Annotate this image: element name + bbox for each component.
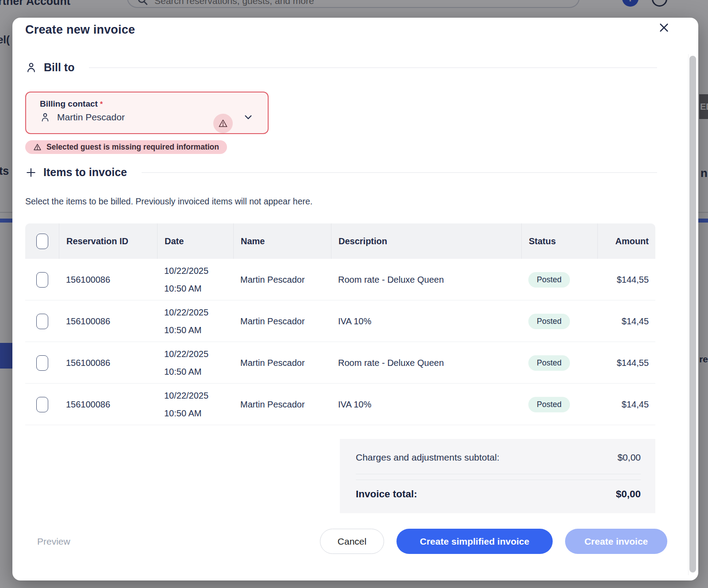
cell-date: 10/22/2025 [164,345,208,363]
subtotal-label: Charges and adjustments subtotal: [356,452,500,463]
column-header-reservation-id: Reservation ID [59,223,157,259]
status-badge: Posted [528,314,570,329]
chevron-down-icon [243,112,253,122]
invoice-total-label: Invoice total: [356,488,417,500]
items-section-header: Items to invoice [25,166,657,179]
invoice-items-table: Reservation ID Date Name Description Sta… [25,223,655,425]
screen: rtner Account ? el( ts ED n re Create ne… [0,0,708,588]
scrollbar-track [688,54,689,575]
cell-reservation-id: 156100086 [59,300,157,342]
preview-link[interactable]: Preview [37,536,70,547]
table-row: 156100086 10/22/202510:50 AM Martin Pesc… [25,342,655,384]
cell-name: Martin Pescador [233,300,331,342]
footer-actions: Cancel Create simplified invoice Create … [320,529,667,554]
cell-amount: $14,45 [597,384,655,425]
section-divider [142,172,657,173]
section-divider [89,67,657,68]
cell-date: 10/22/2025 [164,304,208,321]
items-heading: Items to invoice [43,166,127,179]
plus-icon [25,167,37,178]
column-header-status: Status [521,223,597,259]
select-all-checkbox[interactable] [36,234,48,249]
billing-contact-value: Martin Pescador [57,112,125,123]
cell-amount: $14,45 [597,300,655,342]
close-icon [658,22,670,34]
column-header-name: Name [233,223,331,259]
billing-contact-select[interactable]: Billing contact* Martin Pescador [25,92,269,134]
cell-time: 10:50 AM [164,404,208,422]
row-checkbox[interactable] [36,314,48,329]
cell-reservation-id: 156100086 [59,384,157,425]
cell-reservation-id: 156100086 [59,259,157,300]
person-icon [25,61,37,73]
cell-description: IVA 10% [331,300,521,342]
items-instruction: Select the items to be billed. Previousl… [25,196,312,207]
cell-name: Martin Pescador [233,259,331,300]
cell-description: IVA 10% [331,384,521,425]
table-row: 156100086 10/22/202510:50 AM Martin Pesc… [25,259,655,300]
status-badge: Posted [528,272,570,288]
table-row: 156100086 10/22/202510:50 AM Martin Pesc… [25,384,655,425]
column-header-amount: Amount [597,223,655,259]
cell-description: Room rate - Deluxe Queen [331,342,521,384]
cell-amount: $144,55 [597,259,655,300]
table-row: 156100086 10/22/202510:50 AM Martin Pesc… [25,300,655,342]
scrollbar-thumb[interactable] [689,56,696,573]
cell-time: 10:50 AM [164,363,208,380]
cell-date: 10/22/2025 [164,387,208,404]
cell-amount: $144,55 [597,342,655,384]
cell-reservation-id: 156100086 [59,342,157,384]
bill-to-section-header: Bill to [25,61,657,74]
row-checkbox[interactable] [36,355,48,371]
missing-info-warning: Selected guest is missing required infor… [25,140,227,154]
summary-divider [356,480,641,480]
bill-to-heading: Bill to [44,61,74,74]
cancel-button[interactable]: Cancel [320,529,384,554]
table-header-row: Reservation ID Date Name Description Sta… [25,223,655,259]
row-checkbox[interactable] [36,272,48,288]
warning-icon [33,143,42,151]
cell-time: 10:50 AM [164,321,208,339]
billing-contact-label: Billing contact* [40,99,268,109]
warning-icon [218,119,228,128]
create-simplified-invoice-button[interactable]: Create simplified invoice [396,529,553,554]
invoice-total-value: $0,00 [616,488,641,500]
row-checkbox[interactable] [36,397,48,412]
cell-date: 10/22/2025 [164,262,208,280]
invoice-summary: Charges and adjustments subtotal: $0,00 … [340,439,655,513]
contact-warning-badge[interactable] [213,114,233,133]
column-header-date: Date [157,223,233,259]
cell-name: Martin Pescador [233,384,331,425]
status-badge: Posted [528,397,570,412]
create-invoice-modal: Create new invoice Bill to Billing conta… [12,18,698,580]
cell-description: Room rate - Deluxe Queen [331,259,521,300]
close-button[interactable] [657,20,671,35]
column-header-description: Description [331,223,521,259]
status-badge: Posted [528,355,570,371]
create-invoice-button[interactable]: Create invoice [565,529,667,554]
subtotal-value: $0,00 [617,452,641,463]
summary-divider [356,474,641,474]
cell-name: Martin Pescador [233,342,331,384]
person-icon [40,112,50,123]
missing-info-warning-text: Selected guest is missing required infor… [46,142,219,152]
required-asterisk: * [100,100,103,108]
modal-title: Create new invoice [25,23,135,37]
cell-time: 10:50 AM [164,280,208,297]
